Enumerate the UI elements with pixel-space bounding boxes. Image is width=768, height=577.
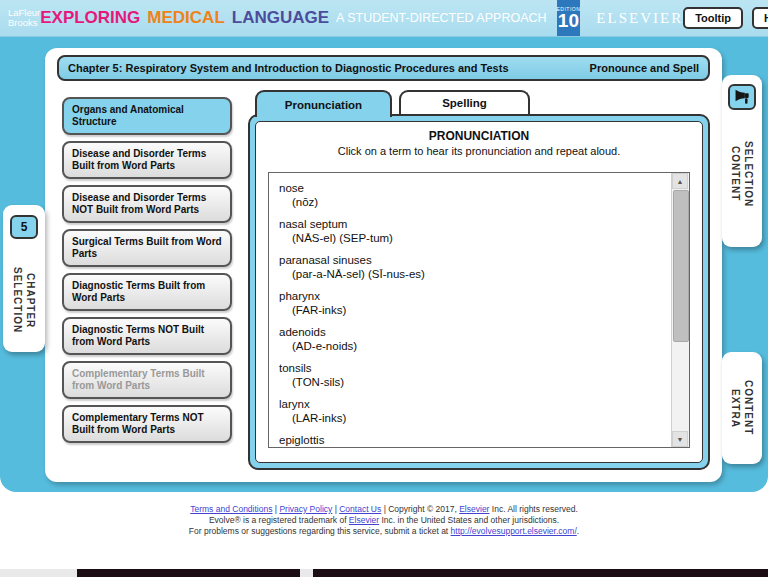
help-button[interactable]: Help [752, 7, 768, 29]
term-pronunciation: (par-a-NĀ-sel) (SĪ-nus-es) [279, 267, 661, 281]
panel-instruction: Click on a term to hear its pronunciatio… [256, 145, 702, 157]
bottom-strip-segment [77, 569, 300, 577]
footer-text: | Copyright © 2017, [381, 504, 459, 514]
chapter-number-button[interactable]: 5 [10, 215, 38, 239]
term-pronunciation: (NĀS-el) (SEP-tum) [279, 231, 661, 245]
title-word-medical: MEDICAL [147, 8, 224, 28]
header-buttons: Tooltip Help [683, 7, 768, 29]
term-pronunciation: (LAR-inks) [279, 411, 661, 425]
brand-logo: LaFleur Brooks [8, 8, 40, 28]
term-list: nose (nōz) nasal septum (NĀS-el) (SEP-tu… [269, 173, 689, 448]
term-pronunciation: (FAR-inks) [279, 303, 661, 317]
term-listbox: nose (nōz) nasal septum (NĀS-el) (SEP-tu… [268, 172, 690, 448]
term-item-nasal-septum[interactable]: nasal septum (NĀS-el) (SEP-tum) [279, 217, 661, 245]
footer-text: . [577, 526, 579, 536]
scrollbar-thumb[interactable] [673, 190, 689, 342]
term-pronunciation: (ep-i-GLOT-is) [279, 447, 661, 448]
tab-spelling[interactable]: Spelling [399, 90, 530, 114]
megaphone-icon [733, 89, 752, 106]
chapter-selection-tab[interactable]: 5 CHAPTER SELECTION [3, 205, 45, 352]
panel-heading: PRONUNCIATION [256, 129, 702, 143]
chapter-title: Chapter 5: Respiratory System and Introd… [68, 62, 509, 74]
footer-text: Evolve® is a registered trademark of [209, 515, 349, 525]
extra-content-tab[interactable]: EXTRA CONTENT [722, 352, 762, 464]
sidebar-item-complementary-built: Complementary Terms Built from Word Part… [62, 361, 232, 399]
terms-and-conditions-link[interactable]: Terms and Conditions [190, 504, 272, 514]
legal-footer: Terms and Conditions | Privacy Policy | … [0, 504, 768, 537]
edition-badge: EDITION 10 [557, 0, 581, 36]
term-text: nasal septum [279, 217, 661, 231]
tab-pronunciation[interactable]: Pronunciation [255, 90, 392, 117]
term-text: tonsils [279, 361, 661, 375]
tooltip-button[interactable]: Tooltip [683, 7, 743, 29]
sidebar-item-complementary-not-built[interactable]: Complementary Terms NOT Built from Word … [62, 405, 232, 443]
content-selection-label: CONTENT SELECTION [729, 122, 755, 226]
extra-content-label: EXTRA CONTENT [729, 366, 755, 450]
term-pronunciation: (TON-sils) [279, 375, 661, 389]
pronounce-audio-button[interactable] [728, 84, 756, 110]
scroll-up-button[interactable]: ▲ [672, 173, 688, 189]
evolve-support-link[interactable]: http://evolvesupport.elsevier.com/ [451, 526, 577, 536]
chapter-title-bar: Chapter 5: Respiratory System and Introd… [57, 55, 710, 81]
privacy-policy-link[interactable]: Privacy Policy [279, 504, 332, 514]
footer-text: For problems or suggestions regarding th… [189, 526, 451, 536]
sidebar-item-disease-not-built[interactable]: Disease and Disorder Terms NOT Built fro… [62, 185, 232, 223]
term-category-sidebar: Organs and Anatomical Structure Disease … [62, 97, 232, 443]
sidebar-item-surgical[interactable]: Surgical Terms Built from Word Parts [62, 229, 232, 267]
term-item-epiglottis[interactable]: epiglottis (ep-i-GLOT-is) [279, 433, 661, 448]
app-header: LaFleur Brooks EXPLORING MEDICAL LANGUAG… [0, 0, 768, 37]
elsevier-link[interactable]: Elsevier [349, 515, 379, 525]
title-word-language: LANGUAGE [232, 8, 329, 28]
term-pronunciation: (nōz) [279, 195, 661, 209]
footer-line-1: Terms and Conditions | Privacy Policy | … [0, 504, 768, 515]
publisher-logo: ELSEVIER [596, 10, 683, 27]
footer-line-2: Evolve® is a registered trademark of Els… [0, 515, 768, 526]
chapter-selection-label: CHAPTER SELECTION [11, 249, 37, 352]
bottom-edge-strip [0, 569, 768, 577]
brand-line-2: Brooks [8, 18, 40, 28]
term-item-pharynx[interactable]: pharynx (FAR-inks) [279, 289, 661, 317]
term-item-larynx[interactable]: larynx (LAR-inks) [279, 397, 661, 425]
title-word-exploring: EXPLORING [40, 8, 140, 28]
app-window: LaFleur Brooks EXPLORING MEDICAL LANGUAG… [0, 0, 768, 577]
footer-line-3: For problems or suggestions regarding th… [0, 526, 768, 537]
sidebar-item-diagnostic-not-built[interactable]: Diagnostic Terms NOT Built from Word Par… [62, 317, 232, 355]
footer-text: Inc. All rights reserved. [489, 504, 577, 514]
footer-text: Inc. in the United States and other juri… [379, 515, 559, 525]
term-item-paranasal-sinuses[interactable]: paranasal sinuses (par-a-NĀ-sel) (SĪ-nus… [279, 253, 661, 281]
pronunciation-panel-inner: PRONUNCIATION Click on a term to hear it… [255, 121, 703, 463]
term-pronunciation: (AD-e-noids) [279, 339, 661, 353]
term-item-adenoids[interactable]: adenoids (AD-e-noids) [279, 325, 661, 353]
pronunciation-panel: PRONUNCIATION Click on a term to hear it… [248, 114, 710, 470]
scroll-down-button[interactable]: ▼ [672, 431, 688, 447]
term-item-nose[interactable]: nose (nōz) [279, 181, 661, 209]
sidebar-item-disease-built[interactable]: Disease and Disorder Terms Built from Wo… [62, 141, 232, 179]
term-text: pharynx [279, 289, 661, 303]
activity-mode-label: Pronounce and Spell [590, 62, 699, 74]
sidebar-item-diagnostic-built[interactable]: Diagnostic Terms Built from Word Parts [62, 273, 232, 311]
term-item-tonsils[interactable]: tonsils (TON-sils) [279, 361, 661, 389]
term-text: adenoids [279, 325, 661, 339]
term-text: larynx [279, 397, 661, 411]
app-subtitle: A STUDENT-DIRECTED APPROACH [336, 11, 546, 25]
sidebar-item-organs[interactable]: Organs and Anatomical Structure [62, 97, 232, 135]
elsevier-link[interactable]: Elsevier [459, 504, 489, 514]
bottom-strip-segment [313, 569, 768, 577]
vertical-scrollbar[interactable]: ▲ ▼ [671, 173, 689, 447]
term-text: paranasal sinuses [279, 253, 661, 267]
content-selection-tab[interactable]: CONTENT SELECTION [722, 75, 762, 247]
edition-number: 10 [558, 12, 579, 30]
term-text: nose [279, 181, 661, 195]
term-text: epiglottis [279, 433, 661, 447]
contact-us-link[interactable]: Contact Us [339, 504, 381, 514]
